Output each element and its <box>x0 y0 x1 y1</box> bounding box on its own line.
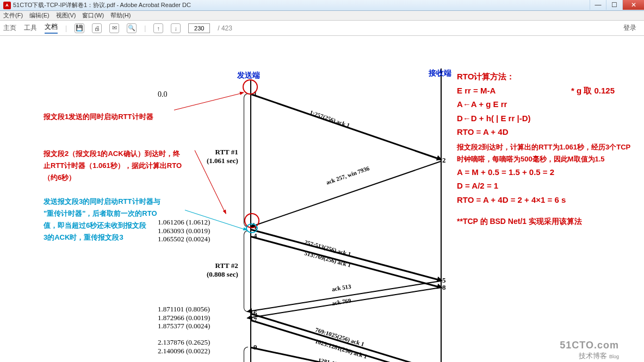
watermark: 51CTO.com 技术博客 Blog <box>560 340 619 361</box>
menu-file[interactable]: 文件(F) <box>3 11 23 20</box>
menu-view[interactable]: 视图(V) <box>56 11 76 20</box>
pdf-icon: A <box>3 2 11 9</box>
rto-p1: 报文段2到达时，计算出的RTT为1.061秒，经历3个TCP <box>457 141 631 153</box>
rto-gnote: * g 取 0.125 <box>571 84 615 98</box>
rto-note: **TCP 的 BSD Net/1 实现采用该算法 <box>457 215 631 228</box>
login-link[interactable]: 登录 <box>623 23 636 33</box>
menu-edit[interactable]: 编辑(E) <box>29 11 49 20</box>
rto-c2: D = A/2 = 1 <box>457 179 631 193</box>
annotation-3: 发送报文段3的同时启动RTT计时器与"重传计时器"，后者取前一次的RTO值，即当… <box>44 196 160 244</box>
tab-tools[interactable]: 工具 <box>24 23 37 33</box>
menubar: 文件(F) 编辑(E) 视图(V) 窗口(W) 帮助(H) <box>0 11 644 21</box>
menu-help[interactable]: 帮助(H) <box>110 11 131 20</box>
circle-seg1 <box>243 79 258 95</box>
rto-c1: A = M + 0.5 = 1.5 + 0.5 = 2 <box>457 165 631 179</box>
page-down-icon[interactable]: ↓ <box>171 23 181 33</box>
rto-title: RTO计算方法： <box>457 70 631 84</box>
rtt2-label: RTT #2(0.808 sec) <box>207 261 238 279</box>
arrow-ack2 <box>250 161 441 227</box>
toolbar: 主页 工具 文档 | 💾 🖨 ✉ 🔍 | ↑ ↓ / 423 登录 <box>0 21 644 36</box>
label-ack2: ack 257, win 7936 <box>325 165 370 185</box>
rto-f3: D←D + h( | E rr |-D) <box>457 111 631 126</box>
timestamps-3: 2.137876 (0.2625)2.140096 (0.0022) <box>158 338 210 355</box>
document-view: 发送端 接收端 0.0 1 2 3 4 5 8 6 7 9 10 11 12 R… <box>0 36 644 362</box>
rto-f4: RTO = A + 4D <box>457 125 631 139</box>
save-icon[interactable]: 💾 <box>75 23 84 33</box>
close-button[interactable]: ✕ <box>622 0 644 10</box>
window-title: 51CTO下载-TCP-IP详解卷1：协议.pdf - Adobe Acroba… <box>13 1 191 9</box>
rtt3-brace <box>244 347 248 362</box>
page-number-input[interactable] <box>188 23 210 33</box>
annotation-1: 报文段1发送的同时启动RTT计时器 <box>44 111 153 123</box>
menu-window[interactable]: 窗口(W) <box>82 11 104 20</box>
label-seg1: 1:257(256) ack 1 <box>309 109 351 128</box>
tab-document[interactable]: 文档 <box>45 22 58 34</box>
ann1-arrow <box>174 92 244 110</box>
window-titlebar: A 51CTO下载-TCP-IP详解卷1：协议.pdf - Adobe Acro… <box>0 0 644 11</box>
rto-p2: 时钟嘀嗒，每嘀嗒为500毫秒，因此M取值为1.5 <box>457 153 631 165</box>
receiver-label: 接收端 <box>429 68 451 78</box>
rtt2-brace <box>244 230 248 312</box>
maximize-button[interactable]: ☐ <box>606 0 622 10</box>
mail-icon[interactable]: ✉ <box>109 23 119 33</box>
time-zero: 0.0 <box>158 90 168 99</box>
print-icon[interactable]: 🖨 <box>92 23 102 33</box>
rto-block: RTO计算方法： E rr = M-A * g 取 0.125 A←A + g … <box>457 70 631 228</box>
rto-c3: RTO = A + 4D = 2 + 4×1 = 6 s <box>457 193 631 207</box>
rto-f2: A←A + g E rr <box>457 97 631 111</box>
label-ack769: ack 769 <box>331 297 351 306</box>
rtt1-brace <box>244 93 248 227</box>
page-up-icon[interactable]: ↑ <box>153 23 163 33</box>
receiver-timeline <box>441 68 442 362</box>
search-icon[interactable]: 🔍 <box>127 23 137 33</box>
label-ack513: ack 513 <box>331 283 351 292</box>
minimize-button[interactable]: — <box>590 0 606 10</box>
tab-home[interactable]: 主页 <box>3 23 16 33</box>
annotation-2: 报文段2（报文段1的ACK确认）到达时，终止RTT计时器（1.061秒），据此计… <box>44 148 182 184</box>
rto-f1: E rr = M-A <box>457 84 496 98</box>
rtt1-label: RTT #1(1.061 sec) <box>207 148 238 165</box>
page-total: / 423 <box>218 24 232 32</box>
timestamps-1: 1.061206 (1.0612)1.063093 (0.0019)1.0655… <box>158 218 210 244</box>
timestamps-2: 1.871101 (0.8056)1.872966 (0.0019)1.8753… <box>158 305 210 330</box>
